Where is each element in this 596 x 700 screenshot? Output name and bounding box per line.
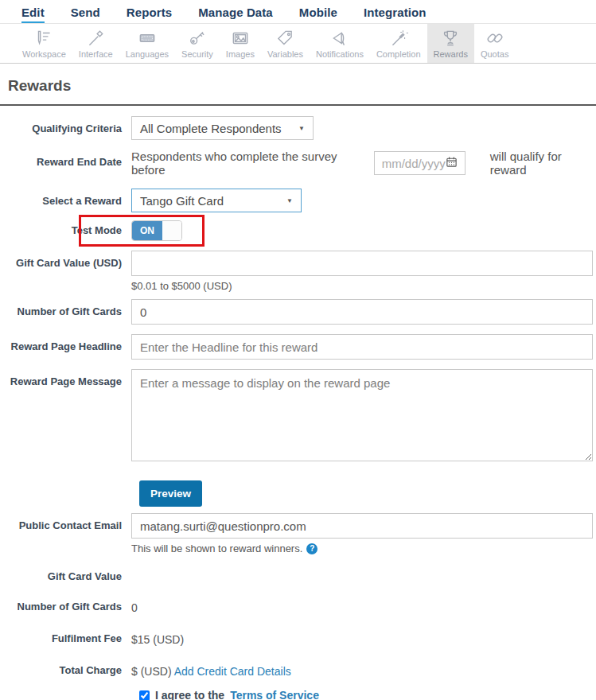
summary-number-of-gift-cards-label: Number of Gift Cards bbox=[0, 601, 131, 614]
reward-page-message-row: Reward Page Message bbox=[0, 369, 593, 465]
reward-page-headline-row: Reward Page Headline bbox=[0, 334, 593, 360]
workspace-icon bbox=[33, 28, 54, 49]
qualifying-criteria-value: All Complete Respondents bbox=[140, 122, 282, 135]
help-icon[interactable]: ? bbox=[306, 543, 317, 554]
toolbar-item-variables[interactable]: Variables bbox=[261, 24, 310, 63]
reward-end-date-row: Reward End Date Respondents who complete… bbox=[0, 150, 593, 177]
quotas-icon bbox=[485, 28, 505, 49]
test-mode-label: Test Mode bbox=[0, 220, 131, 241]
toolbar-label: Security bbox=[181, 49, 213, 59]
toolbar-label: Languages bbox=[126, 49, 169, 59]
toolbar-item-interface[interactable]: Interface bbox=[72, 24, 119, 63]
chevron-down-icon: ▼ bbox=[286, 197, 293, 204]
toggle-on-label: ON bbox=[132, 221, 162, 240]
reward-page-headline-input[interactable] bbox=[131, 334, 593, 360]
toolbar-item-quotas[interactable]: Quotas bbox=[474, 24, 515, 63]
reward-end-date-input[interactable]: mm/dd/yyyy bbox=[374, 151, 466, 175]
reward-page-headline-label: Reward Page Headline bbox=[0, 334, 131, 360]
reward-end-date-label: Reward End Date bbox=[0, 150, 131, 177]
toolbar-item-security[interactable]: Security bbox=[175, 24, 220, 63]
toolbar-item-notifications[interactable]: Notifications bbox=[310, 24, 370, 63]
gift-card-value-hint: $0.01 to $5000 (USD) bbox=[131, 280, 593, 292]
nav-item-edit[interactable]: Edit bbox=[21, 6, 45, 23]
number-of-gift-cards-row: Number of Gift Cards bbox=[0, 299, 593, 325]
gift-card-value-label: Gift Card Value (USD) bbox=[0, 251, 131, 292]
number-of-gift-cards-input[interactable] bbox=[131, 299, 593, 325]
summary-number-of-gift-cards-row: Number of Gift Cards 0 bbox=[0, 601, 593, 614]
toolbar-label: Interface bbox=[79, 49, 113, 59]
rewards-form: Qualifying Criteria All Complete Respond… bbox=[0, 106, 596, 700]
qualifying-criteria-label: Qualifying Criteria bbox=[0, 116, 131, 140]
toolbar-item-rewards[interactable]: Rewards bbox=[427, 24, 474, 63]
page-header: Rewards bbox=[0, 64, 596, 104]
reward-end-date-prefix: Respondents who complete the survey befo… bbox=[131, 150, 356, 177]
toolbar-label: Rewards bbox=[434, 49, 468, 59]
top-nav: Edit Send Reports Manage Data Mobile Int… bbox=[0, 0, 596, 24]
number-of-gift-cards-label: Number of Gift Cards bbox=[0, 299, 131, 325]
terms-of-service-link[interactable]: Terms of Service bbox=[230, 689, 319, 700]
nav-item-integration[interactable]: Integration bbox=[364, 6, 427, 23]
variables-icon bbox=[275, 28, 295, 49]
total-charge-label: Total Charge bbox=[0, 664, 131, 678]
toolbar-label: Images bbox=[226, 49, 255, 59]
terms-agreement-text: I agree to the bbox=[155, 689, 224, 700]
toolbar-label: Quotas bbox=[481, 49, 508, 59]
preview-row: Preview bbox=[139, 480, 593, 507]
toolbar-label: Variables bbox=[267, 49, 303, 59]
total-charge-value: $ (USD) bbox=[131, 665, 172, 678]
qualifying-criteria-row: Qualifying Criteria All Complete Respond… bbox=[0, 116, 593, 140]
calendar-icon[interactable] bbox=[446, 156, 458, 170]
date-placeholder: mm/dd/yyyy bbox=[382, 157, 446, 170]
images-icon bbox=[230, 28, 251, 49]
interface-icon bbox=[85, 28, 106, 49]
fulfilment-fee-label: Fulfilment Fee bbox=[0, 632, 131, 646]
select-reward-value: Tango Gift Card bbox=[140, 194, 224, 208]
nav-item-reports[interactable]: Reports bbox=[127, 6, 172, 23]
settings-toolbar: Workspace Interface Languages Security I… bbox=[0, 24, 596, 64]
toolbar-item-completion[interactable]: Completion bbox=[370, 24, 427, 63]
toolbar-label: Workspace bbox=[22, 49, 66, 59]
summary-gift-card-value bbox=[131, 570, 593, 582]
test-mode-row: Test Mode ON bbox=[0, 220, 593, 241]
select-reward-row: Select a Reward Tango Gift Card ▼ bbox=[0, 189, 593, 212]
public-contact-email-row: Public Contact Email This will be shown … bbox=[0, 513, 593, 554]
qualifying-criteria-select[interactable]: All Complete Respondents ▼ bbox=[131, 116, 314, 140]
add-credit-card-link[interactable]: Add Credit Card Details bbox=[174, 665, 291, 678]
security-icon bbox=[187, 28, 208, 49]
select-reward-select[interactable]: Tango Gift Card ▼ bbox=[131, 189, 302, 212]
select-reward-label: Select a Reward bbox=[0, 189, 131, 212]
completion-icon bbox=[388, 28, 409, 49]
nav-item-manage-data[interactable]: Manage Data bbox=[198, 6, 273, 23]
preview-button[interactable]: Preview bbox=[139, 480, 202, 507]
total-charge-row: Total Charge $ (USD) Add Credit Card Det… bbox=[0, 664, 593, 678]
toolbar-item-images[interactable]: Images bbox=[220, 24, 261, 63]
page-title: Rewards bbox=[8, 77, 588, 95]
nav-item-send[interactable]: Send bbox=[71, 6, 100, 23]
toolbar-label: Notifications bbox=[316, 49, 364, 59]
fulfilment-fee-value: $15 (USD) bbox=[131, 632, 593, 646]
summary-gift-card-value-label: Gift Card Value bbox=[0, 570, 131, 582]
terms-agreement-row: I agree to the Terms of Service bbox=[139, 689, 593, 700]
toggle-knob bbox=[162, 221, 181, 240]
summary-number-of-gift-cards: 0 bbox=[131, 601, 593, 614]
notifications-icon bbox=[329, 28, 350, 49]
toolbar-label: Completion bbox=[376, 49, 421, 59]
chevron-down-icon: ▼ bbox=[298, 125, 305, 132]
toolbar-item-languages[interactable]: Languages bbox=[119, 24, 175, 63]
terms-agreement-checkbox[interactable] bbox=[139, 690, 150, 700]
gift-card-value-input[interactable] bbox=[131, 251, 593, 276]
rewards-icon bbox=[440, 28, 461, 49]
test-mode-toggle[interactable]: ON bbox=[131, 220, 182, 241]
toolbar-item-workspace[interactable]: Workspace bbox=[16, 24, 72, 63]
public-contact-email-hint: This will be shown to reward winners. bbox=[131, 542, 302, 554]
nav-item-mobile[interactable]: Mobile bbox=[299, 6, 337, 23]
gift-card-value-row: Gift Card Value (USD) $0.01 to $5000 (US… bbox=[0, 251, 593, 292]
languages-icon bbox=[137, 28, 158, 49]
reward-page-message-label: Reward Page Message bbox=[0, 369, 131, 465]
public-contact-email-input[interactable] bbox=[131, 513, 593, 539]
summary-gift-card-value-row: Gift Card Value bbox=[0, 570, 593, 582]
reward-end-date-suffix: will qualify for reward bbox=[490, 150, 593, 177]
fulfilment-fee-row: Fulfilment Fee $15 (USD) bbox=[0, 632, 593, 646]
reward-page-message-textarea[interactable] bbox=[131, 369, 593, 461]
public-contact-email-label: Public Contact Email bbox=[0, 513, 131, 554]
